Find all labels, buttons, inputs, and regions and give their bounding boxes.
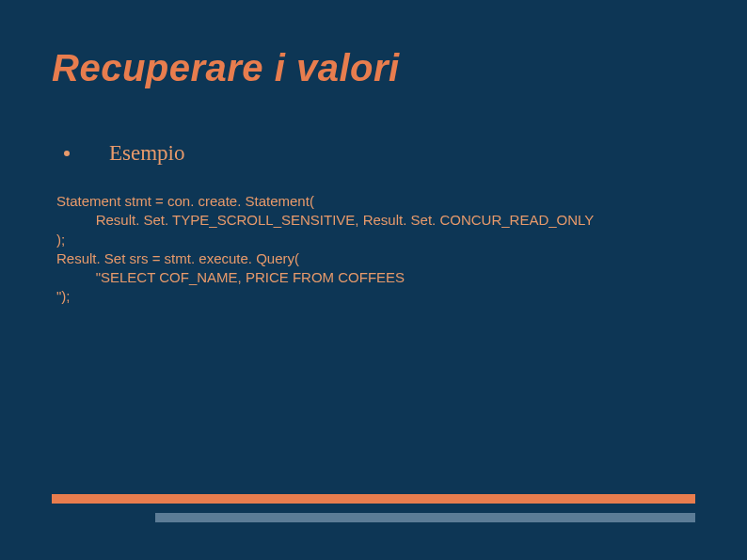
slide-body: Esempio Statement stmt = con. create. St…: [56, 141, 691, 307]
code-line: Result. Set. TYPE_SCROLL_SENSITIVE, Resu…: [56, 212, 594, 228]
bullet-item: Esempio: [56, 141, 691, 166]
code-line: ");: [56, 288, 71, 304]
code-line: );: [56, 232, 65, 248]
bullet-label: Esempio: [109, 141, 185, 166]
slide-title: Recuperare i valori: [52, 47, 400, 89]
code-line: Result. Set srs = stmt. execute. Query(: [56, 250, 299, 266]
bullet-dot-icon: [64, 151, 70, 156]
code-line: Statement stmt = con. create. Statement(: [56, 193, 314, 209]
code-block: Statement stmt = con. create. Statement(…: [56, 192, 691, 307]
code-line: "SELECT COF_NAME, PRICE FROM COFFEES: [56, 269, 405, 285]
slide: Recuperare i valori Esempio Statement st…: [0, 0, 747, 560]
accent-bar-secondary: [155, 513, 695, 522]
accent-bar-primary: [52, 494, 695, 504]
